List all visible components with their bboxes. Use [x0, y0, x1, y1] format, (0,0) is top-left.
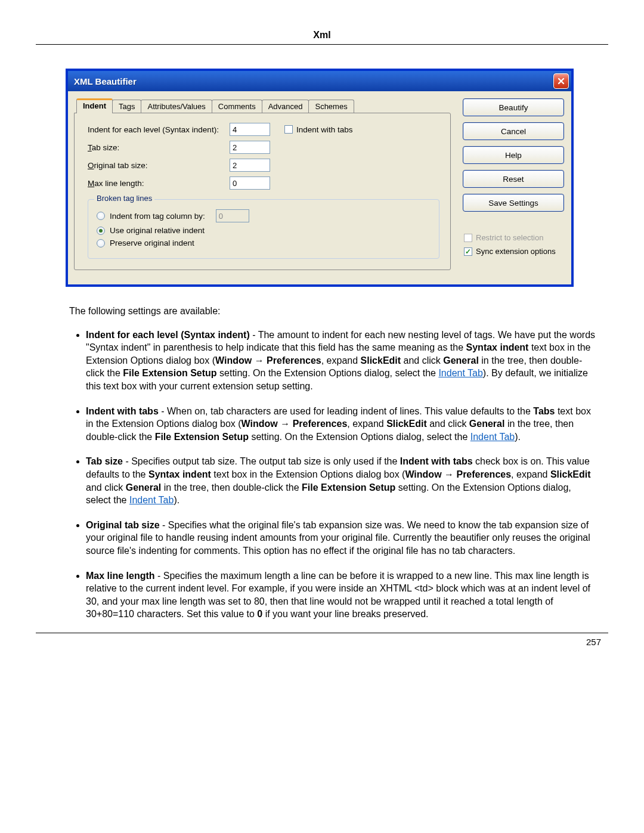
max-line-length-input[interactable]: [230, 176, 270, 190]
sync-extension-options-checkbox[interactable]: [464, 247, 472, 256]
label-max-line-length: Max line length:: [88, 179, 230, 188]
bullet-max-line-length: Max line length - Specifies the maximum …: [86, 569, 596, 621]
tab-indent[interactable]: Indent: [76, 98, 113, 113]
radio-preserve-original-indent[interactable]: [97, 239, 105, 247]
broken-tag-lines-legend: Broken tag lines: [94, 194, 154, 203]
radio-use-original-relative-indent[interactable]: [97, 227, 105, 235]
tab-attributes-values[interactable]: Attributes/Values: [141, 100, 212, 113]
indent-each-level-input[interactable]: [230, 123, 270, 136]
save-settings-button[interactable]: Save Settings: [463, 194, 564, 212]
close-icon[interactable]: [553, 73, 569, 89]
label-sync-extension-options: Sync extension options: [476, 247, 556, 256]
label-tab-size: Tab size:: [88, 143, 230, 152]
label-use-original-relative-indent: Use original relative indent: [110, 226, 205, 235]
label-preserve-original-indent: Preserve original indent: [110, 239, 194, 247]
indent-from-tag-column-input: [216, 209, 249, 222]
xml-beautifier-dialog: XML Beautifier Indent Tags Attributes/Va…: [66, 69, 574, 287]
radio-indent-from-tag-column[interactable]: [97, 212, 105, 220]
indent-tab-panel: Indent for each level (Syntax indent): I…: [74, 113, 451, 270]
titlebar: XML Beautifier: [68, 71, 571, 91]
tab-comments[interactable]: Comments: [212, 100, 262, 113]
original-tab-size-input[interactable]: [230, 159, 270, 172]
tab-tags[interactable]: Tags: [112, 100, 141, 113]
indent-with-tabs-checkbox[interactable]: [284, 125, 293, 134]
bullet-indent-with-tabs: Indent with tabs - When on, tab characte…: [86, 405, 596, 444]
label-indent-from-tag-column: Indent from tag column by:: [110, 212, 205, 221]
help-button[interactable]: Help: [463, 146, 564, 164]
link-indent-tab[interactable]: Indent Tab: [129, 495, 174, 505]
reset-button[interactable]: Reset: [463, 170, 564, 188]
bullet-original-tab-size: Original tab size - Specifies what the o…: [86, 519, 596, 558]
document-body: The following settings are available: In…: [36, 305, 608, 621]
label-indent-each-level: Indent for each level (Syntax indent):: [88, 125, 230, 134]
cancel-button[interactable]: Cancel: [463, 122, 564, 140]
label-indent-with-tabs: Indent with tabs: [296, 125, 353, 134]
tab-advanced[interactable]: Advanced: [262, 100, 309, 113]
tab-size-input[interactable]: [230, 141, 270, 154]
bullet-tab-size: Tab size - Specifies output tab size. Th…: [86, 455, 596, 506]
bullet-indent-each-level: Indent for each level (Syntax indent) - …: [86, 329, 596, 393]
label-original-tab-size: Original tab size:: [88, 161, 230, 170]
header-rule: [36, 44, 608, 45]
restrict-to-selection-checkbox: [464, 234, 472, 242]
footer-rule: 257: [36, 633, 608, 647]
intro-paragraph: The following settings are available:: [69, 305, 596, 318]
page-number: 257: [36, 637, 608, 647]
dialog-title: XML Beautifier: [74, 76, 553, 86]
beautify-button[interactable]: Beautify: [463, 98, 564, 116]
link-indent-tab[interactable]: Indent Tab: [438, 368, 482, 378]
link-indent-tab[interactable]: Indent Tab: [470, 432, 515, 442]
tab-schemes[interactable]: Schemes: [308, 100, 354, 113]
page-header-title: Xml: [36, 30, 608, 41]
label-restrict-to-selection: Restrict to selection: [476, 233, 543, 242]
tab-bar: Indent Tags Attributes/Values Comments A…: [74, 97, 451, 113]
broken-tag-lines-group: Broken tag lines Indent from tag column …: [88, 199, 439, 259]
